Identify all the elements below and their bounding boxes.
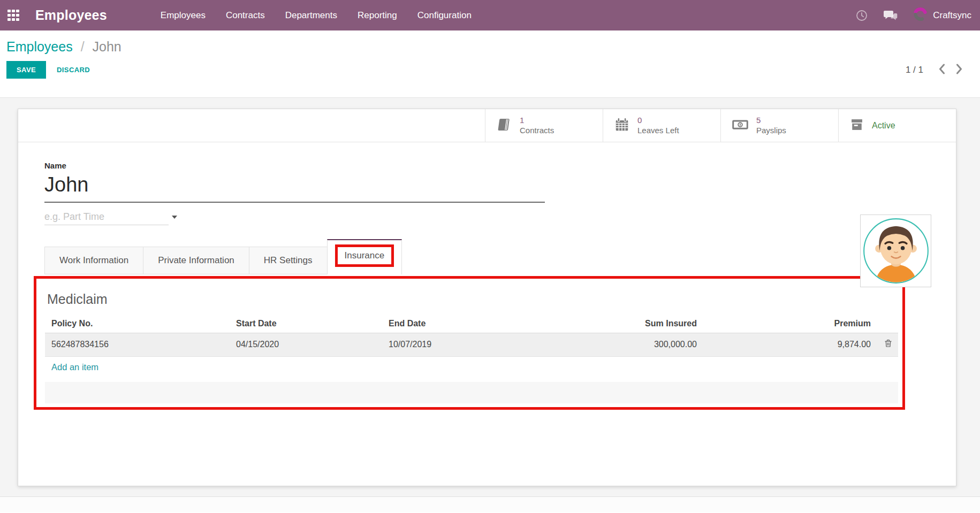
col-actions xyxy=(877,315,898,333)
mediclaim-table: Policy No. Start Date End Date Sum Insur… xyxy=(45,315,898,378)
tab-insurance[interactable]: Insurance xyxy=(327,239,402,274)
active-label: Active xyxy=(872,121,895,131)
payslips-label: Payslips xyxy=(756,126,786,136)
menu-reporting[interactable]: Reporting xyxy=(358,10,397,21)
col-policy-no[interactable]: Policy No. xyxy=(45,315,230,333)
trash-icon[interactable] xyxy=(884,339,893,348)
book-icon xyxy=(496,117,512,135)
tab-private-information[interactable]: Private Information xyxy=(143,247,249,274)
craftsync-logo-icon xyxy=(913,7,928,24)
discard-button[interactable]: DISCARD xyxy=(57,66,90,74)
contracts-count: 1 xyxy=(520,116,554,126)
cell-sum-insured[interactable]: 300,000.00 xyxy=(537,333,703,356)
apps-grid-icon[interactable] xyxy=(7,10,19,21)
stat-button-contracts[interactable]: 1 Contracts xyxy=(485,109,603,142)
add-an-item-link[interactable]: Add an item xyxy=(51,362,98,372)
table-footer-bar xyxy=(45,382,898,403)
cell-premium[interactable]: 9,874.00 xyxy=(703,333,877,356)
employee-form-sheet: 1 Contracts xyxy=(18,109,956,486)
mediclaim-section-title: Mediclaim xyxy=(47,292,895,307)
col-start-date[interactable]: Start Date xyxy=(230,315,382,333)
add-item-row: Add an item xyxy=(45,356,898,378)
mediclaim-annotation-box: Mediclaim Policy No. Start Date End Date… xyxy=(34,276,905,410)
insurance-tab-annotation: Insurance xyxy=(335,244,394,267)
page-bottom-divider xyxy=(0,496,980,512)
cell-start-date[interactable]: 04/15/2020 xyxy=(230,333,382,356)
chat-icon[interactable] xyxy=(883,9,898,22)
user-name: Craftsync xyxy=(933,10,971,21)
tags-field xyxy=(44,211,169,225)
control-panel: Employees / John SAVE DISCARD 1 / 1 xyxy=(0,30,980,98)
menu-configuration[interactable]: Configuration xyxy=(417,10,472,21)
contracts-label: Contracts xyxy=(520,126,554,136)
stat-button-payslips[interactable]: 5 Payslips xyxy=(720,109,838,142)
pager-counter: 1 / 1 xyxy=(906,65,923,75)
main-menu: Employees Contracts Departments Reportin… xyxy=(161,10,472,21)
menu-departments[interactable]: Departments xyxy=(285,10,337,21)
form-view: 1 Contracts xyxy=(0,98,980,496)
cell-policy-no[interactable]: 562487834156 xyxy=(45,333,230,356)
stat-button-leaves[interactable]: 0 Leaves Left xyxy=(603,109,720,142)
app-title: Employees xyxy=(35,7,107,23)
table-row[interactable]: 562487834156 04/15/2020 10/07/2019 300,0… xyxy=(45,333,898,356)
chevron-left-icon[interactable] xyxy=(935,63,948,77)
archive-box-icon xyxy=(849,117,864,134)
dropdown-caret-icon[interactable] xyxy=(172,216,177,219)
menu-contracts[interactable]: Contracts xyxy=(226,10,265,21)
tab-work-information[interactable]: Work Information xyxy=(44,247,143,274)
name-input[interactable] xyxy=(44,171,545,203)
name-field-label: Name xyxy=(44,161,956,170)
pager: 1 / 1 xyxy=(906,63,966,77)
notebook-tabs: Work Information Private Information HR … xyxy=(44,239,956,274)
top-navbar: Employees Employees Contracts Department… xyxy=(0,0,980,30)
leaves-label: Leaves Left xyxy=(637,126,679,136)
calendar-icon xyxy=(614,117,630,135)
cell-end-date[interactable]: 10/07/2019 xyxy=(382,333,537,356)
breadcrumb-current: John xyxy=(93,39,121,54)
tags-input[interactable] xyxy=(44,211,169,223)
menu-employees[interactable]: Employees xyxy=(161,10,206,21)
chevron-right-icon[interactable] xyxy=(953,63,966,77)
breadcrumb-employees[interactable]: Employees xyxy=(6,39,73,54)
payslips-count: 5 xyxy=(756,116,786,126)
clock-icon[interactable] xyxy=(855,9,868,22)
employee-avatar[interactable] xyxy=(860,215,931,287)
breadcrumb: Employees / John xyxy=(6,39,966,55)
money-icon xyxy=(732,117,749,135)
stat-button-strip: 1 Contracts xyxy=(18,109,956,142)
col-sum-insured[interactable]: Sum Insured xyxy=(537,315,703,333)
breadcrumb-separator: / xyxy=(81,39,85,54)
user-menu[interactable]: Craftsync xyxy=(913,7,971,24)
stat-button-active[interactable]: Active xyxy=(838,109,956,142)
col-premium[interactable]: Premium xyxy=(703,315,877,333)
leaves-count: 0 xyxy=(637,116,679,126)
col-end-date[interactable]: End Date xyxy=(382,315,537,333)
tab-hr-settings[interactable]: HR Settings xyxy=(249,247,328,274)
table-header-row: Policy No. Start Date End Date Sum Insur… xyxy=(45,315,898,333)
save-button[interactable]: SAVE xyxy=(6,61,46,79)
